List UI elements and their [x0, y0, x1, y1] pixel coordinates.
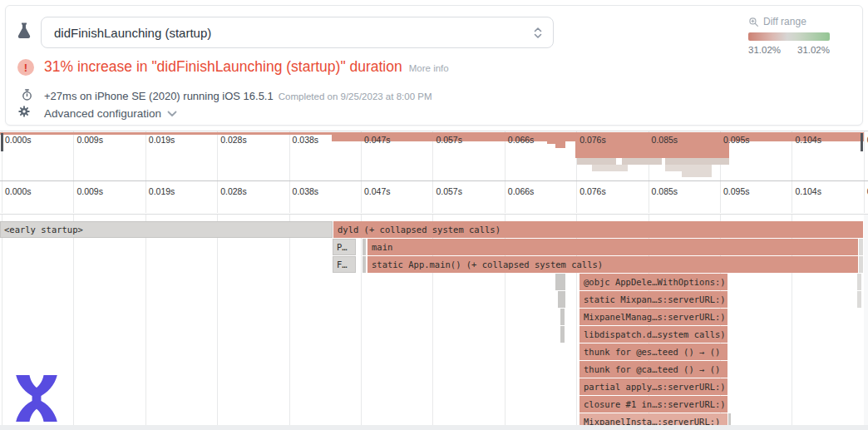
gridline	[73, 215, 74, 425]
minimap-block	[665, 158, 729, 165]
minimap-block	[665, 165, 712, 171]
flame-bar-label: P…	[333, 239, 356, 255]
regression-title: 31% increase in "didFinishLaunching (sta…	[44, 58, 449, 76]
experiment-flask-icon	[14, 20, 34, 46]
flame-bar[interactable]: closure #1 in…s:serverURL:)	[579, 396, 727, 413]
gridline	[361, 181, 362, 213]
minimap-block	[592, 165, 628, 171]
tick-label: 0.009s	[76, 135, 103, 145]
flame-bar[interactable]: thunk for @es…teed () → ()	[579, 344, 727, 360]
flame-bar-label: thunk for @ca…teed () → ()	[579, 361, 727, 378]
scrollbar-gutter[interactable]	[864, 215, 868, 425]
flame-bar-label: static App.main() (+ collapsed system ca…	[367, 256, 858, 273]
tick-label: 0.095s	[723, 135, 750, 145]
flame-bar-label: dyld (+ collapsed system calls)	[333, 221, 863, 238]
mixpanel-logo	[10, 373, 63, 428]
diff-range-legend: Diff range 31.02% 31.02%	[748, 16, 830, 55]
tick-label: 0.019s	[149, 135, 175, 145]
horizontal-scrollbar-track[interactable]	[0, 425, 868, 430]
flame-chart: <early startup>dyld (+ collapsed system …	[0, 215, 868, 425]
gridline	[145, 181, 146, 213]
tick-label: 0.095s	[723, 186, 750, 196]
minimap-block	[682, 171, 712, 177]
diff-range-gradient	[748, 32, 830, 41]
flame-bar-label: @objc AppDele…WithOptions:)	[579, 274, 727, 290]
gridline	[2, 215, 2, 425]
tick-label: 0.057s	[436, 135, 462, 145]
flame-bar[interactable]: dyld (+ collapsed system calls)	[333, 221, 863, 238]
minimap-block	[577, 158, 616, 165]
gridline	[432, 181, 433, 213]
minimap-block	[622, 158, 662, 165]
flame-bar[interactable]: F…	[333, 256, 356, 273]
flame-sliver[interactable]	[560, 326, 565, 343]
gridline	[217, 215, 218, 425]
flame-bar[interactable]: static Mixpan…s:serverURL:)	[579, 291, 727, 308]
flame-sliver[interactable]	[555, 274, 565, 290]
flame-bar[interactable]: partial apply…s:serverURL:)	[579, 378, 727, 395]
tick-label: 0.104s	[795, 186, 821, 196]
gridline	[720, 181, 721, 213]
gridline	[145, 215, 146, 425]
tick-label: 0.028s	[220, 135, 247, 145]
select-updown-icon	[533, 26, 543, 42]
flame-bar[interactable]: MixpanelManag…s:serverURL:)	[579, 309, 727, 325]
tick-label: 0.000s	[5, 186, 32, 196]
gridline	[2, 181, 2, 213]
chevron-down-icon	[167, 111, 177, 117]
flame-bar[interactable]: P…	[333, 239, 356, 255]
flame-sliver[interactable]	[857, 291, 861, 308]
timeline-minimap[interactable]: 0.000s0.009s0.019s0.028s0.038s0.047s0.05…	[0, 131, 868, 181]
completed-timestamp: Completed on 9/25/2023 at 8:00 PM	[279, 91, 432, 101]
tick-label: 0.085s	[652, 186, 678, 196]
tick-label: 0.057s	[436, 186, 462, 196]
flame-bar-label: libdispatch.d…system calls)	[579, 326, 727, 343]
flame-bar[interactable]: <early startup>	[0, 221, 333, 238]
flame-sliver[interactable]	[859, 256, 863, 273]
flame-sliver[interactable]	[362, 256, 366, 273]
gridline	[792, 181, 792, 213]
gridline	[289, 131, 290, 180]
flame-sliver[interactable]	[558, 291, 565, 308]
flame-bar[interactable]: static App.main() (+ collapsed system ca…	[367, 256, 858, 273]
metric-select[interactable]: didFinishLaunching (startup)	[41, 17, 554, 48]
metric-select-value: didFinishLaunching (startup)	[54, 26, 211, 40]
header-card: didFinishLaunching (startup) ! 31% incre…	[5, 5, 863, 126]
flame-sliver[interactable]	[362, 239, 366, 255]
minimap-block	[555, 141, 565, 148]
stopwatch-icon	[21, 88, 33, 105]
tick-label: 0.047s	[364, 186, 391, 196]
minimap-left-handle[interactable]	[1, 133, 3, 151]
flame-bar[interactable]: libdispatch.d…system calls)	[579, 326, 727, 343]
minimap-right-handle[interactable]	[861, 133, 863, 151]
tick-label: 0.009s	[76, 186, 103, 196]
tick-label: 0.076s	[579, 186, 606, 196]
flame-bar[interactable]: thunk for @ca…teed () → ()	[579, 361, 727, 378]
timeline-ruler[interactable]: 0.000s0.009s0.019s0.028s0.038s0.047s0.05…	[0, 181, 868, 215]
flame-sliver[interactable]	[857, 274, 861, 290]
delta-summary: +27ms on iPhone SE (2020) running iOS 16…	[44, 90, 432, 102]
tick-label: 0.019s	[149, 186, 175, 196]
diff-range-min: 31.02%	[748, 45, 781, 55]
flame-bar-label: MixpanelManag…s:serverURL:)	[579, 309, 727, 325]
flame-sliver[interactable]	[560, 309, 565, 325]
flame-bar[interactable]: @objc AppDele…WithOptions:)	[579, 274, 727, 290]
tick-label: 0.076s	[579, 135, 606, 145]
flame-bar-label: <early startup>	[0, 221, 333, 238]
advanced-configuration-toggle[interactable]: Advanced configuration	[44, 107, 177, 120]
tick-label: 0.104s	[795, 135, 821, 145]
gridline	[73, 181, 74, 213]
flame-bar-label: partial apply…s:serverURL:)	[579, 378, 727, 395]
gridline	[289, 215, 290, 425]
gridline	[217, 131, 218, 180]
more-info-link[interactable]: More info	[409, 63, 449, 73]
flame-bar-label: closure #1 in…s:serverURL:)	[579, 396, 727, 413]
flame-sliver[interactable]	[859, 239, 863, 255]
flame-bar[interactable]: main	[367, 239, 858, 255]
tick-label: 0.085s	[652, 135, 678, 145]
flame-bar-label: thunk for @es…teed () → ()	[579, 344, 727, 360]
gridline	[576, 181, 577, 213]
minimap-block	[547, 141, 555, 144]
gridline	[217, 181, 218, 213]
diff-range-max: 31.02%	[797, 45, 830, 55]
